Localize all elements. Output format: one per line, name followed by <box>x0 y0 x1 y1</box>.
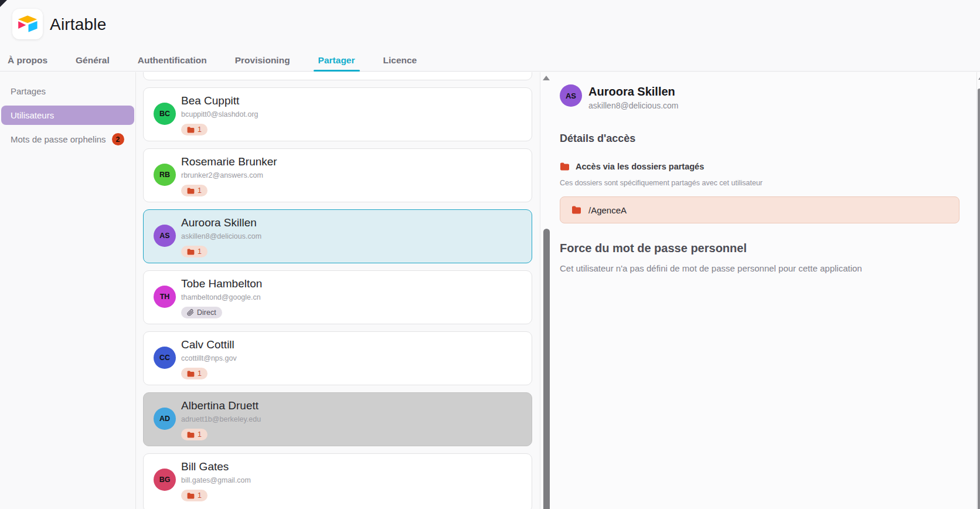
shared-folder-item[interactable]: /AgenceA <box>560 196 959 223</box>
folder-icon <box>187 127 195 133</box>
user-email: bill.gates@gmail.com <box>181 476 532 485</box>
user-name: Bea Cuppitt <box>181 94 532 108</box>
tab-provisioning[interactable]: Provisioning <box>235 53 290 72</box>
folder-icon <box>560 162 570 171</box>
user-card[interactable]: BG Bill Gates bill.gates@gmail.com 1 <box>143 453 532 509</box>
user-name: Bill Gates <box>181 460 532 474</box>
sidebar-item-utilisateurs[interactable]: Utilisateurs <box>1 106 134 125</box>
avatar: RB <box>154 164 176 186</box>
avatar-initials: BG <box>159 476 171 484</box>
folder-icon <box>187 432 195 438</box>
list-scrollbar <box>540 72 552 509</box>
tab-general[interactable]: Général <box>76 53 110 72</box>
user-card[interactable]: CC Calv Cottill ccottillt@nps.gov 1 <box>143 331 532 385</box>
user-email: thambeltond@google.cn <box>181 293 532 302</box>
page-scrollbar-thumb[interactable] <box>978 89 980 509</box>
shared-folders-badge: 1 <box>181 368 207 379</box>
user-card-hovered[interactable]: AD Albertina Druett adruett1b@berkeley.e… <box>143 392 532 446</box>
tab-partager[interactable]: Partager <box>318 53 355 72</box>
page-scrollbar <box>976 72 980 509</box>
avatar: BC <box>154 103 176 125</box>
airtable-logo <box>12 9 43 39</box>
user-card[interactable]: BC Bea Cuppitt bcuppitt0@slashdot.org 1 <box>143 87 532 141</box>
user-email: ccottillt@nps.gov <box>181 354 532 363</box>
avatar: TH <box>154 286 176 308</box>
user-list: BC Bea Cuppitt bcuppitt0@slashdot.org 1 … <box>137 72 540 509</box>
content-area: Partages Utilisateurs Mots de passe orph… <box>0 72 980 509</box>
shared-folders-badge: 1 <box>181 246 207 257</box>
scroll-up-arrow-icon[interactable] <box>543 76 550 80</box>
folder-icon <box>187 371 195 377</box>
user-email: bcuppitt0@slashdot.org <box>181 110 532 119</box>
shared-folders-description: Ces dossiers sont spécifiquement partagé… <box>560 179 976 187</box>
sidebar-item-label: Mots de passe orphelins <box>11 134 106 144</box>
shared-folders-access-label: Accès via les dossiers partagés <box>576 162 704 171</box>
user-name: Albertina Druett <box>181 399 532 413</box>
settings-tabbar: À propos Général Authentification Provis… <box>0 53 980 72</box>
folder-icon <box>187 493 195 499</box>
detail-header: AS Auroora Skillen askillen8@delicious.c… <box>560 84 976 110</box>
detail-user-email: askillen8@delicious.com <box>588 101 679 110</box>
folder-count: 1 <box>198 247 202 256</box>
shared-folders-badge: 1 <box>181 124 207 135</box>
access-details-title: Détails d'accès <box>560 133 976 145</box>
sidebar-item-partages[interactable]: Partages <box>1 83 134 100</box>
avatar: AS <box>154 225 176 247</box>
shared-folders-badge: 1 <box>181 490 207 501</box>
detail-user-name: Auroora Skillen <box>588 84 679 99</box>
tab-a-propos[interactable]: À propos <box>8 53 47 72</box>
user-card[interactable]: RB Rosemarie Brunker rbrunker2@answers.c… <box>143 148 532 202</box>
user-card-partial[interactable] <box>143 72 532 80</box>
personal-password-title: Force du mot de passe personnel <box>560 242 976 255</box>
shared-folders-badge: 1 <box>181 429 207 440</box>
app-title: Airtable <box>50 15 107 34</box>
avatar-initials: AS <box>566 91 576 100</box>
airtable-logo-icon <box>16 15 39 33</box>
personal-password-description: Cet utilisateur n'a pas défini de mot de… <box>560 263 976 273</box>
folder-count: 1 <box>198 186 202 195</box>
sidebar-item-label: Partages <box>11 86 46 96</box>
avatar-initials: AS <box>159 232 169 240</box>
folder-icon <box>187 188 195 194</box>
user-email: askillen8@delicious.com <box>181 232 532 241</box>
folder-count: 1 <box>198 369 202 378</box>
user-card[interactable]: TH Tobe Hambelton thambeltond@google.cn … <box>143 270 532 324</box>
detail-avatar: AS <box>560 84 582 107</box>
avatar: AD <box>154 408 176 430</box>
direct-label: Direct <box>197 308 216 317</box>
shared-folders-access-row: Accès via les dossiers partagés <box>560 162 976 171</box>
avatar-initials: AD <box>159 415 170 423</box>
folder-count: 1 <box>198 125 202 134</box>
app-header: Airtable <box>0 0 980 53</box>
avatar-initials: BC <box>159 110 170 118</box>
user-name: Tobe Hambelton <box>181 277 532 291</box>
window-corner-artifact <box>0 0 7 7</box>
avatar: CC <box>154 347 176 369</box>
tab-authentification[interactable]: Authentification <box>138 53 207 72</box>
tab-licence[interactable]: Licence <box>383 53 417 72</box>
shared-folders-badge: 1 <box>181 185 207 196</box>
user-name: Rosemarie Brunker <box>181 155 532 169</box>
avatar: BG <box>154 469 176 491</box>
user-email: rbrunker2@answers.com <box>181 171 532 180</box>
folder-icon <box>187 249 195 255</box>
shared-folder-path: /AgenceA <box>588 205 627 215</box>
paperclip-icon <box>187 309 194 316</box>
avatar-initials: RB <box>159 171 170 179</box>
folder-count: 1 <box>198 430 202 439</box>
user-name: Calv Cottill <box>181 338 532 352</box>
user-card-selected[interactable]: AS Auroora Skillen askillen8@delicious.c… <box>143 209 532 263</box>
avatar-initials: CC <box>159 354 170 362</box>
direct-access-badge: Direct <box>181 307 222 318</box>
list-scrollbar-thumb[interactable] <box>543 229 550 509</box>
sidebar-item-label: Utilisateurs <box>11 110 54 120</box>
sidebar-item-mots-de-passe-orphelins[interactable]: Mots de passe orphelins 2 <box>1 130 134 149</box>
avatar-initials: TH <box>160 293 170 301</box>
user-detail-panel: AS Auroora Skillen askillen8@delicious.c… <box>552 72 976 509</box>
folder-count: 1 <box>198 491 202 500</box>
user-email: adruett1b@berkeley.edu <box>181 415 532 424</box>
user-name: Auroora Skillen <box>181 216 532 230</box>
orphan-password-count-badge: 2 <box>112 133 124 145</box>
share-sidebar: Partages Utilisateurs Mots de passe orph… <box>0 72 136 509</box>
folder-icon <box>571 206 581 214</box>
